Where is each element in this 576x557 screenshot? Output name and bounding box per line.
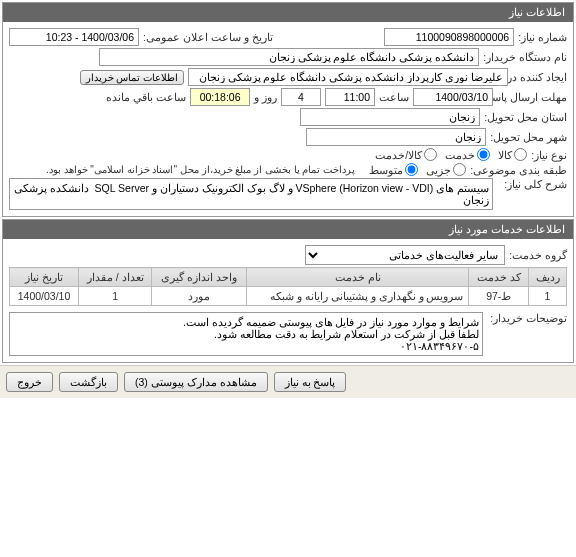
request-number-input[interactable] xyxy=(384,28,514,46)
services-panel: اطلاعات خدمات مورد نیاز گروه خدمت: سایر … xyxy=(2,219,574,363)
group-label: گروه خدمت: xyxy=(509,249,567,261)
panel-title: اطلاعات نیاز xyxy=(3,3,573,22)
col-name: نام خدمت xyxy=(246,268,469,287)
radio-minor[interactable]: جزیی xyxy=(426,163,466,176)
col-unit: واحد اندازه گیری xyxy=(152,268,246,287)
city-input[interactable] xyxy=(306,128,486,146)
main-panel: اطلاعات نیاز شماره نیاز: تاریخ و ساعت اع… xyxy=(2,2,574,217)
announce-input[interactable] xyxy=(9,28,139,46)
purchase-type-label: طبقه بندی موضوعی: xyxy=(470,164,567,176)
exit-button[interactable]: خروج xyxy=(6,372,53,392)
col-qty: تعداد / مقدار xyxy=(78,268,152,287)
radio-service[interactable]: خدمت xyxy=(445,148,490,161)
footer: پاسخ به نیاز مشاهده مدارک پیوستی (3) باز… xyxy=(0,365,576,398)
buyer-org-label: نام دستگاه خریدار: xyxy=(483,51,567,63)
table-header-row: ردیف کد خدمت نام خدمت واحد اندازه گیری ت… xyxy=(10,268,567,287)
col-idx: ردیف xyxy=(529,268,567,287)
need-type-group: کالا خدمت کالا/خدمت xyxy=(375,148,527,161)
purchase-type-group: جزیی متوسط xyxy=(369,163,466,176)
group-select[interactable]: سایر فعالیت‌های خدماتی xyxy=(305,245,505,265)
purchase-note: پرداخت تمام یا بخشی از مبلغ خرید،از محل … xyxy=(46,164,355,175)
deadline-days-input[interactable] xyxy=(281,88,321,106)
services-header: اطلاعات خدمات مورد نیاز xyxy=(3,220,573,239)
panel-body: شماره نیاز: تاریخ و ساعت اعلان عمومی: نا… xyxy=(3,22,573,216)
notes-textarea[interactable]: شرایط و موارد مورد نیاز در فایل های پیوس… xyxy=(9,312,483,356)
back-button[interactable]: بازگشت xyxy=(59,372,118,392)
contact-button[interactable]: اطلاعات تماس خریدار xyxy=(80,70,184,85)
deadline-date-input[interactable] xyxy=(413,88,493,106)
radio-goods[interactable]: کالا xyxy=(498,148,527,161)
col-code: کد خدمت xyxy=(469,268,529,287)
table-row[interactable]: 1 ط-97 سرویس و نگهداری و پشتیبانی رایانه… xyxy=(10,287,567,306)
remaining-label: ساعت باقي مانده xyxy=(106,91,186,103)
request-number-label: شماره نیاز: xyxy=(518,31,567,43)
radio-medium[interactable]: متوسط xyxy=(369,163,418,176)
province-input[interactable] xyxy=(300,108,480,126)
reply-button[interactable]: پاسخ به نیاز xyxy=(274,372,347,392)
col-date: تاریخ نیاز xyxy=(10,268,79,287)
description-label: شرح کلی نیاز: xyxy=(497,178,567,190)
description-textarea[interactable]: سیستم های VSphere (Horizon view - VDI) و… xyxy=(9,178,493,210)
services-table: ردیف کد خدمت نام خدمت واحد اندازه گیری ت… xyxy=(9,267,567,306)
creator-input[interactable] xyxy=(188,68,508,86)
remaining-input xyxy=(190,88,250,106)
province-label: استان محل تحویل: xyxy=(484,111,567,123)
announce-label: تاریخ و ساعت اعلان عمومی: xyxy=(143,31,273,43)
buyer-org-input[interactable] xyxy=(99,48,479,66)
radio-both[interactable]: کالا/خدمت xyxy=(375,148,437,161)
days-label: روز و xyxy=(254,91,277,103)
notes-label: توضیحات خریدار: xyxy=(487,312,567,324)
attachments-button[interactable]: مشاهده مدارک پیوستی (3) xyxy=(124,372,268,392)
need-type-label: نوع نیاز: xyxy=(531,149,567,161)
city-label: شهر محل تحویل: xyxy=(490,131,567,143)
deadline-time-input[interactable] xyxy=(325,88,375,106)
creator-label: ایجاد کننده درخواست: xyxy=(512,71,567,83)
time-label: ساعت xyxy=(379,91,409,103)
deadline-label: مهلت ارسال پاسخ: xyxy=(497,91,567,103)
